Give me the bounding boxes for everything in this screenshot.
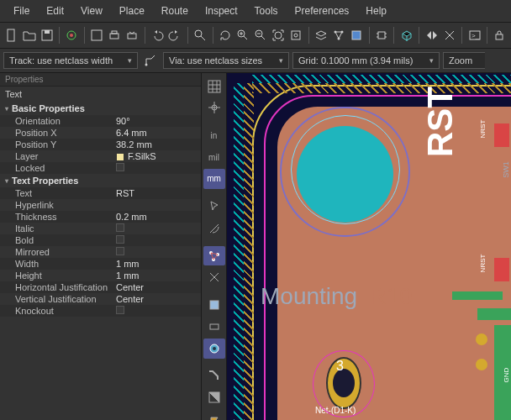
net-highlight-icon[interactable] xyxy=(203,409,225,420)
val-orientation[interactable]: 90° xyxy=(116,116,198,126)
menu-prefs[interactable]: Preferences xyxy=(288,3,356,18)
knock-checkbox[interactable] xyxy=(116,306,124,314)
pad-display-icon[interactable] xyxy=(203,317,225,337)
track-display-icon[interactable] xyxy=(203,366,225,386)
prop-thick: Thickness xyxy=(15,212,116,222)
svg-rect-34 xyxy=(208,81,220,92)
svg-rect-19 xyxy=(292,31,300,39)
mirror-h-icon[interactable] xyxy=(424,25,440,45)
italic-checkbox[interactable] xyxy=(116,223,124,232)
silk-text-mounting: Mounting R10 xyxy=(261,283,413,310)
open-icon[interactable] xyxy=(21,25,37,45)
prop-knock: Knockout xyxy=(15,306,116,316)
menu-edit[interactable]: Edit xyxy=(40,3,71,18)
find-icon[interactable] xyxy=(192,25,208,45)
menu-route[interactable]: Route xyxy=(155,3,195,18)
zoom-sel-icon[interactable] xyxy=(288,25,304,45)
via-1 xyxy=(476,333,487,345)
prop-text: Text xyxy=(15,188,116,198)
prop-locked: Locked xyxy=(15,163,116,173)
menu-help[interactable]: Help xyxy=(359,3,393,18)
track-width-combo[interactable]: Track: use netclass width▾ xyxy=(3,52,138,69)
val-width[interactable]: 1 mm xyxy=(116,259,198,269)
val-vjust[interactable]: Center xyxy=(116,294,198,304)
units-mil-icon[interactable]: mil xyxy=(203,147,225,167)
svg-rect-5 xyxy=(92,30,102,40)
svg-point-49 xyxy=(213,347,216,350)
val-posx[interactable]: 6.4 mm xyxy=(116,128,198,138)
menu-place[interactable]: Place xyxy=(113,3,151,18)
units-in-icon[interactable]: in xyxy=(203,126,225,146)
menu-inspect[interactable]: Inspect xyxy=(198,3,245,18)
via-display-icon[interactable] xyxy=(203,339,225,359)
refresh-icon[interactable] xyxy=(217,25,233,45)
grid-icon[interactable] xyxy=(203,76,225,97)
bold-checkbox[interactable] xyxy=(116,235,124,244)
redo-icon[interactable] xyxy=(167,25,183,45)
ratsnest-icon[interactable] xyxy=(331,25,347,45)
main-toolbar: >_ xyxy=(0,23,511,49)
net-nrst-1: NRST xyxy=(480,120,487,139)
settings-icon[interactable] xyxy=(64,25,80,45)
grid-combo[interactable]: Grid: 0.1000 mm (3.94 mils)▾ xyxy=(292,52,440,69)
footprint-icon[interactable] xyxy=(373,25,389,45)
layers-icon[interactable] xyxy=(313,25,329,45)
svg-point-9 xyxy=(195,30,202,37)
zoom-in-icon[interactable] xyxy=(235,25,251,45)
zone-display-icon[interactable] xyxy=(203,296,225,316)
val-posy[interactable]: 38.2 mm xyxy=(116,139,198,150)
auto-track-icon[interactable] xyxy=(141,51,160,70)
svg-point-33 xyxy=(145,64,148,66)
svg-rect-25 xyxy=(378,32,385,39)
net-nrst-2: NRST xyxy=(480,255,487,273)
prop-layer: Layer xyxy=(15,151,116,161)
mirror-checkbox[interactable] xyxy=(116,247,124,255)
undo-icon[interactable] xyxy=(150,25,166,45)
text-props-header[interactable]: Text Properties xyxy=(0,174,201,187)
units-mm-icon[interactable]: mm xyxy=(203,169,225,189)
mounting-hole xyxy=(297,126,393,223)
zoom-combo[interactable]: Zoom xyxy=(443,52,485,69)
options-bar: Track: use netclass width▾ Via: use netc… xyxy=(0,49,511,73)
svg-rect-46 xyxy=(210,301,219,309)
page-icon[interactable] xyxy=(89,25,105,45)
net-gnd: GND xyxy=(503,368,511,383)
svg-text:>_: >_ xyxy=(471,32,480,39)
zoom-fit-icon[interactable] xyxy=(271,25,287,45)
pad-courtyard xyxy=(313,350,375,417)
cursor-icon[interactable] xyxy=(203,197,225,217)
save-icon[interactable] xyxy=(39,25,55,45)
contrast-icon[interactable] xyxy=(203,388,225,408)
locked-checkbox[interactable] xyxy=(116,163,124,171)
trace-1 xyxy=(452,291,503,300)
plot-icon[interactable] xyxy=(124,25,140,45)
mirror-v-icon[interactable] xyxy=(441,25,457,45)
menu-file[interactable]: File xyxy=(7,3,36,18)
via-size-combo[interactable]: Via: use netclass sizes▾ xyxy=(163,52,289,69)
svg-line-17 xyxy=(261,36,265,39)
val-text[interactable]: RST xyxy=(116,188,198,198)
left-toolbar: in mil mm xyxy=(202,73,227,420)
lock-icon[interactable] xyxy=(492,25,508,45)
polar-icon[interactable] xyxy=(203,218,225,239)
zoom-out-icon[interactable] xyxy=(253,25,269,45)
menu-tools[interactable]: Tools xyxy=(248,3,285,18)
ratsnest-toggle-icon[interactable] xyxy=(203,246,225,266)
menu-view[interactable]: View xyxy=(74,3,109,18)
trace-2 xyxy=(477,308,511,320)
pad-nrst-1 xyxy=(494,123,509,147)
val-hjust[interactable]: Center xyxy=(116,282,198,292)
curved-ratsnest-icon[interactable] xyxy=(203,267,225,287)
layer-swatch-icon xyxy=(116,153,124,161)
fill-zones-icon[interactable] xyxy=(349,25,365,45)
new-icon[interactable] xyxy=(3,25,19,45)
print-icon[interactable] xyxy=(107,25,123,45)
script-icon[interactable]: >_ xyxy=(466,25,482,45)
basic-props-header[interactable]: Basic Properties xyxy=(0,102,201,115)
grid-override-icon[interactable] xyxy=(203,98,225,118)
val-thick[interactable]: 0.2 mm xyxy=(116,212,198,222)
3d-icon[interactable] xyxy=(398,25,414,45)
val-height[interactable]: 1 mm xyxy=(116,270,198,281)
pcb-canvas[interactable]: RST Mounting R10 NRST SW1 NRST GND 3 Net… xyxy=(227,73,511,420)
val-layer[interactable]: F.SilkS xyxy=(116,151,198,161)
